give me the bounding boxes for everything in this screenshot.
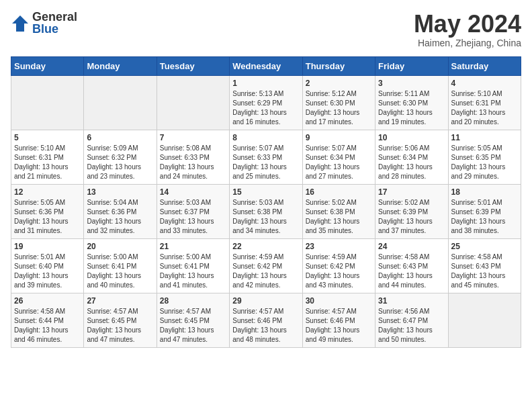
week-row-4: 19Sunrise: 5:01 AM Sunset: 6:40 PM Dayli… [11,238,521,293]
calendar-cell: 9Sunrise: 5:07 AM Sunset: 6:34 PM Daylig… [302,130,375,184]
day-info: Sunrise: 5:08 AM Sunset: 6:33 PM Dayligh… [160,144,226,181]
calendar-header: SundayMondayTuesdayWednesdayThursdayFrid… [11,56,521,75]
day-info: Sunrise: 4:57 AM Sunset: 6:46 PM Dayligh… [306,307,372,345]
day-number: 27 [87,296,153,306]
day-number: 9 [306,133,372,142]
header-cell-sunday: Sunday [11,56,84,75]
calendar-cell: 7Sunrise: 5:08 AM Sunset: 6:33 PM Daylig… [157,130,229,184]
header-cell-tuesday: Tuesday [157,56,229,75]
calendar-cell: 30Sunrise: 4:57 AM Sunset: 6:46 PM Dayli… [302,293,375,347]
calendar-cell: 12Sunrise: 5:05 AM Sunset: 6:36 PM Dayli… [11,184,84,238]
calendar-cell: 8Sunrise: 5:07 AM Sunset: 6:33 PM Daylig… [230,130,302,184]
day-number: 4 [451,79,518,88]
day-number: 6 [87,133,153,142]
title-block: May 2024 Haimen, Zhejiang, China [414,11,521,48]
day-info: Sunrise: 5:04 AM Sunset: 6:36 PM Dayligh… [87,198,153,236]
day-info: Sunrise: 5:02 AM Sunset: 6:38 PM Dayligh… [306,198,372,236]
calendar-cell [11,75,84,130]
day-info: Sunrise: 5:05 AM Sunset: 6:35 PM Dayligh… [451,144,518,181]
day-info: Sunrise: 5:06 AM Sunset: 6:34 PM Dayligh… [378,144,445,181]
day-number: 13 [87,187,153,197]
calendar-cell: 23Sunrise: 4:59 AM Sunset: 6:42 PM Dayli… [302,238,375,293]
day-number: 18 [451,187,518,197]
calendar-cell: 24Sunrise: 4:58 AM Sunset: 6:43 PM Dayli… [375,238,448,293]
calendar-cell: 19Sunrise: 5:01 AM Sunset: 6:40 PM Dayli… [11,238,84,293]
day-info: Sunrise: 5:07 AM Sunset: 6:34 PM Dayligh… [306,144,372,181]
logo: General Blue [11,11,77,35]
day-number: 22 [232,242,299,251]
day-number: 15 [232,187,299,197]
day-info: Sunrise: 4:58 AM Sunset: 6:43 PM Dayligh… [378,253,445,290]
calendar-cell: 17Sunrise: 5:02 AM Sunset: 6:39 PM Dayli… [375,184,448,238]
header-cell-thursday: Thursday [302,56,375,75]
day-number: 19 [14,242,81,251]
day-number: 25 [451,242,518,251]
header-row: SundayMondayTuesdayWednesdayThursdayFrid… [11,56,521,75]
day-number: 28 [160,296,226,306]
calendar-cell: 11Sunrise: 5:05 AM Sunset: 6:35 PM Dayli… [448,130,521,184]
week-row-3: 12Sunrise: 5:05 AM Sunset: 6:36 PM Dayli… [11,184,521,238]
day-info: Sunrise: 5:10 AM Sunset: 6:31 PM Dayligh… [14,144,81,181]
day-info: Sunrise: 4:57 AM Sunset: 6:46 PM Dayligh… [232,307,299,345]
day-number: 7 [160,133,226,142]
page-header: General Blue May 2024 Haimen, Zhejiang, … [11,11,521,48]
header-cell-saturday: Saturday [448,56,521,75]
header-cell-monday: Monday [84,56,157,75]
calendar-cell: 1Sunrise: 5:13 AM Sunset: 6:29 PM Daylig… [230,75,302,130]
calendar-cell: 21Sunrise: 5:00 AM Sunset: 6:41 PM Dayli… [157,238,229,293]
week-row-2: 5Sunrise: 5:10 AM Sunset: 6:31 PM Daylig… [11,130,521,184]
day-number: 17 [378,187,445,197]
calendar-cell: 14Sunrise: 5:03 AM Sunset: 6:37 PM Dayli… [157,184,229,238]
calendar-cell: 26Sunrise: 4:58 AM Sunset: 6:44 PM Dayli… [11,293,84,347]
calendar-cell: 29Sunrise: 4:57 AM Sunset: 6:46 PM Dayli… [230,293,302,347]
calendar-body: 1Sunrise: 5:13 AM Sunset: 6:29 PM Daylig… [11,75,521,347]
calendar-cell: 5Sunrise: 5:10 AM Sunset: 6:31 PM Daylig… [11,130,84,184]
calendar-cell: 2Sunrise: 5:12 AM Sunset: 6:30 PM Daylig… [302,75,375,130]
calendar-cell: 16Sunrise: 5:02 AM Sunset: 6:38 PM Dayli… [302,184,375,238]
day-number: 10 [378,133,445,142]
day-number: 26 [14,296,81,306]
day-number: 24 [378,242,445,251]
calendar-cell: 18Sunrise: 5:01 AM Sunset: 6:39 PM Dayli… [448,184,521,238]
calendar-cell [448,293,521,347]
day-info: Sunrise: 5:07 AM Sunset: 6:33 PM Dayligh… [232,144,299,181]
day-info: Sunrise: 5:10 AM Sunset: 6:31 PM Dayligh… [451,89,518,127]
day-number: 23 [306,242,372,251]
day-info: Sunrise: 5:13 AM Sunset: 6:29 PM Dayligh… [232,89,299,127]
day-number: 2 [306,79,372,88]
logo-text: General Blue [32,11,77,35]
day-info: Sunrise: 4:59 AM Sunset: 6:42 PM Dayligh… [232,253,299,290]
calendar-cell: 3Sunrise: 5:11 AM Sunset: 6:30 PM Daylig… [375,75,448,130]
day-info: Sunrise: 5:01 AM Sunset: 6:40 PM Dayligh… [14,253,81,290]
calendar-cell: 22Sunrise: 4:59 AM Sunset: 6:42 PM Dayli… [230,238,302,293]
day-info: Sunrise: 4:58 AM Sunset: 6:44 PM Dayligh… [14,307,81,345]
calendar-cell: 25Sunrise: 4:58 AM Sunset: 6:43 PM Dayli… [448,238,521,293]
month-title: May 2024 [414,11,521,38]
day-number: 31 [378,296,445,306]
day-info: Sunrise: 5:03 AM Sunset: 6:37 PM Dayligh… [160,198,226,236]
day-info: Sunrise: 4:57 AM Sunset: 6:45 PM Dayligh… [87,307,153,345]
calendar-cell: 10Sunrise: 5:06 AM Sunset: 6:34 PM Dayli… [375,130,448,184]
day-number: 12 [14,187,81,197]
header-cell-wednesday: Wednesday [230,56,302,75]
day-number: 21 [160,242,226,251]
calendar-cell: 27Sunrise: 4:57 AM Sunset: 6:45 PM Dayli… [84,293,157,347]
day-number: 11 [451,133,518,142]
calendar-cell [157,75,229,130]
day-number: 8 [232,133,299,142]
day-info: Sunrise: 5:00 AM Sunset: 6:41 PM Dayligh… [160,253,226,290]
day-info: Sunrise: 5:05 AM Sunset: 6:36 PM Dayligh… [14,198,81,236]
calendar-table: SundayMondayTuesdayWednesdayThursdayFrid… [11,56,521,348]
calendar-cell: 28Sunrise: 4:57 AM Sunset: 6:45 PM Dayli… [157,293,229,347]
day-info: Sunrise: 5:09 AM Sunset: 6:32 PM Dayligh… [87,144,153,181]
logo-general: General [32,11,77,23]
calendar-cell: 6Sunrise: 5:09 AM Sunset: 6:32 PM Daylig… [84,130,157,184]
day-number: 20 [87,242,153,251]
calendar-cell: 15Sunrise: 5:03 AM Sunset: 6:38 PM Dayli… [230,184,302,238]
day-number: 16 [306,187,372,197]
week-row-5: 26Sunrise: 4:58 AM Sunset: 6:44 PM Dayli… [11,293,521,347]
logo-blue: Blue [32,23,77,35]
week-row-1: 1Sunrise: 5:13 AM Sunset: 6:29 PM Daylig… [11,75,521,130]
header-cell-friday: Friday [375,56,448,75]
day-number: 1 [232,79,299,88]
